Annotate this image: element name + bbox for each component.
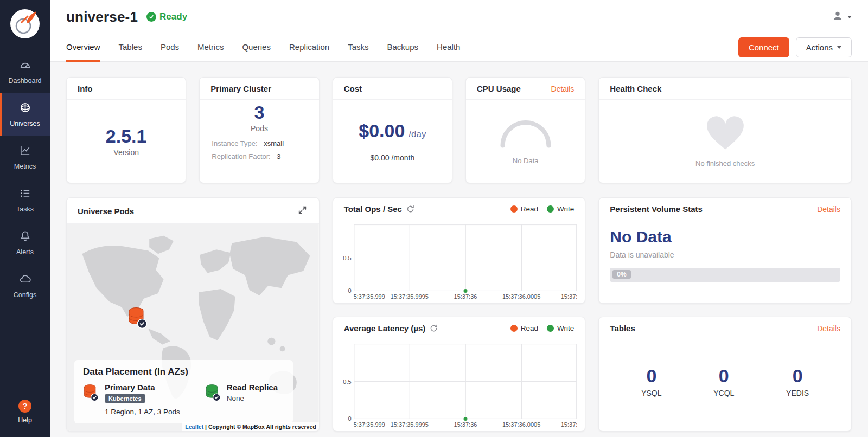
sidebar-item-tasks[interactable]: Tasks bbox=[0, 178, 50, 221]
cpu-details-link[interactable]: Details bbox=[551, 85, 575, 93]
sidebar-item-metrics[interactable]: Metrics bbox=[0, 136, 50, 178]
legend-write[interactable]: Write bbox=[547, 205, 574, 213]
tab-queries[interactable]: Queries bbox=[242, 34, 271, 62]
cpu-usage-card: CPU Usage Details No Data bbox=[465, 77, 585, 183]
y-tick-label: 0 bbox=[339, 415, 352, 422]
leaflet-link[interactable]: Leaflet bbox=[185, 423, 203, 430]
row-label: Instance Type: bbox=[212, 139, 257, 147]
card-title: Primary Cluster bbox=[210, 84, 271, 93]
primary-database-icon bbox=[127, 307, 148, 330]
read-replica-block: Read Replica None bbox=[205, 383, 278, 416]
tables-details-link[interactable]: Details bbox=[817, 324, 840, 333]
tab-metrics[interactable]: Metrics bbox=[197, 34, 224, 62]
chart-legend: Read Write bbox=[510, 324, 575, 332]
x-axis-labels: 5:37:35.999 15:37:35.9995 15:37:36 15:37… bbox=[354, 419, 578, 429]
user-menu-button[interactable] bbox=[832, 10, 852, 24]
app-logo[interactable] bbox=[0, 0, 50, 50]
y-tick-label: 0.5 bbox=[339, 378, 352, 385]
chart-title: Average Latency (µs) bbox=[344, 324, 426, 333]
actions-button[interactable]: Actions bbox=[796, 37, 852, 57]
row-value: xsmall bbox=[264, 139, 284, 147]
tab-bar: Overview Tables Pods Metrics Queries Rep… bbox=[50, 34, 868, 62]
sidebar-item-label: Alerts bbox=[16, 248, 34, 256]
user-icon bbox=[832, 10, 844, 24]
expand-icon[interactable] bbox=[297, 204, 308, 217]
x-tick-label: 15:37:36 bbox=[454, 421, 477, 428]
x-tick-label: 15:37:36.0005 bbox=[502, 421, 540, 428]
write-legend-dot-icon bbox=[547, 205, 554, 213]
x-tick-label: 5:37:35.999 bbox=[354, 421, 385, 428]
tab-backups[interactable]: Backups bbox=[387, 34, 419, 62]
status-badge: Ready bbox=[146, 11, 187, 22]
overview-content: Info 2.5.1 Version Primary Cluster 3 P bbox=[50, 62, 868, 437]
pods-count-value: 3 bbox=[254, 102, 265, 123]
persistent-volume-card: Persistent Volume Stats Details No Data … bbox=[598, 197, 852, 304]
refresh-icon[interactable] bbox=[430, 324, 438, 332]
chart-gridlines bbox=[354, 224, 578, 291]
health-empty-label: No finished checks bbox=[695, 159, 755, 168]
map-attribution: Leaflet | Copyright © MapBox All rights … bbox=[182, 422, 318, 431]
card-header: Total Ops / Sec Read bbox=[333, 198, 585, 220]
tab-overview[interactable]: Overview bbox=[66, 34, 100, 62]
refresh-icon[interactable] bbox=[406, 205, 414, 213]
stat-label: YSQL bbox=[641, 389, 661, 397]
chart-title: Total Ops / Sec bbox=[344, 204, 402, 214]
status-label: Ready bbox=[159, 11, 187, 22]
replica-database-icon bbox=[205, 383, 221, 416]
card-header: Tables Details bbox=[599, 317, 851, 339]
connect-button[interactable]: Connect bbox=[738, 37, 789, 57]
version-value: 2.5.1 bbox=[106, 126, 147, 147]
replication-factor-row: Replication Factor: 3 bbox=[212, 152, 318, 160]
legend-read[interactable]: Read bbox=[510, 324, 538, 332]
placement-title: Data Placement (In AZs) bbox=[83, 367, 284, 377]
legend-read[interactable]: Read bbox=[510, 205, 538, 213]
legend-label: Write bbox=[557, 205, 574, 213]
primary-cluster-card: Primary Cluster 3 Pods Instance Type: xs… bbox=[199, 77, 319, 183]
data-placement-panel: Data Placement (In AZs) bbox=[74, 360, 293, 423]
sidebar-item-alerts[interactable]: Alerts bbox=[0, 221, 50, 264]
attribution-text: | Copyright © MapBox All rights reserved bbox=[205, 423, 316, 430]
tab-health[interactable]: Health bbox=[437, 34, 460, 62]
map-marker[interactable] bbox=[127, 307, 148, 332]
tab-tasks[interactable]: Tasks bbox=[348, 34, 368, 62]
help-question-glyph: ? bbox=[22, 401, 27, 410]
card-body: 2.5.1 Version bbox=[67, 100, 186, 183]
main-area: universe-1 Ready Overview Tables Pods bbox=[50, 0, 868, 437]
bell-icon bbox=[19, 230, 31, 245]
read-legend-dot-icon bbox=[510, 205, 518, 213]
tables-card: Tables Details 0 YSQL 0 YCQL 0 bbox=[598, 317, 852, 432]
card-header: Persistent Volume Stats Details bbox=[599, 198, 851, 220]
usage-percent-badge: 0% bbox=[612, 270, 630, 279]
tab-tables[interactable]: Tables bbox=[119, 34, 142, 62]
planet-rocket-logo-icon bbox=[10, 9, 40, 41]
app-root: Dashboard Universes Metrics bbox=[0, 0, 868, 437]
sidebar-item-universes[interactable]: Universes bbox=[0, 93, 50, 136]
ops-chart-plot[interactable]: 0.5 0 bbox=[354, 224, 578, 291]
info-card: Info 2.5.1 Version bbox=[66, 77, 186, 183]
card-header: Cost bbox=[333, 78, 452, 100]
x-tick-label: 15:37: bbox=[561, 421, 578, 428]
sidebar-item-label: Help bbox=[18, 416, 32, 424]
ycql-stat: 0 YCQL bbox=[713, 365, 734, 397]
sidebar-item-label: Dashboard bbox=[8, 77, 41, 85]
read-replica-label: Read Replica bbox=[227, 383, 278, 392]
world-map[interactable]: Data Placement (In AZs) bbox=[67, 224, 319, 431]
card-body: No Data bbox=[466, 100, 585, 183]
volume-message: Data is unavailable bbox=[610, 250, 840, 259]
latency-chart-plot[interactable]: 0.5 0 bbox=[354, 344, 578, 419]
card-title: Health Check bbox=[610, 84, 661, 93]
tab-pods[interactable]: Pods bbox=[161, 34, 179, 62]
primary-data-block: Primary Data Kubernetes 1 Region, 1 AZ, … bbox=[83, 383, 180, 416]
actions-button-label: Actions bbox=[806, 43, 833, 52]
sidebar-item-configs[interactable]: Configs bbox=[0, 264, 50, 307]
sidebar-item-help[interactable]: ? Help bbox=[0, 389, 50, 434]
x-axis-labels: 5:37:35.999 15:37:35.9995 15:37:36 15:37… bbox=[354, 291, 578, 301]
cost-card: Cost $0.00 /day $0.00 /month bbox=[333, 77, 452, 183]
legend-write[interactable]: Write bbox=[547, 324, 574, 332]
sidebar-item-dashboard[interactable]: Dashboard bbox=[0, 50, 50, 93]
dashboard-icon bbox=[19, 59, 31, 73]
tab-replication[interactable]: Replication bbox=[289, 34, 329, 62]
volume-details-link[interactable]: Details bbox=[817, 205, 840, 214]
sidebar-item-label: Tasks bbox=[16, 205, 34, 213]
card-header: Universe Pods bbox=[67, 198, 319, 224]
